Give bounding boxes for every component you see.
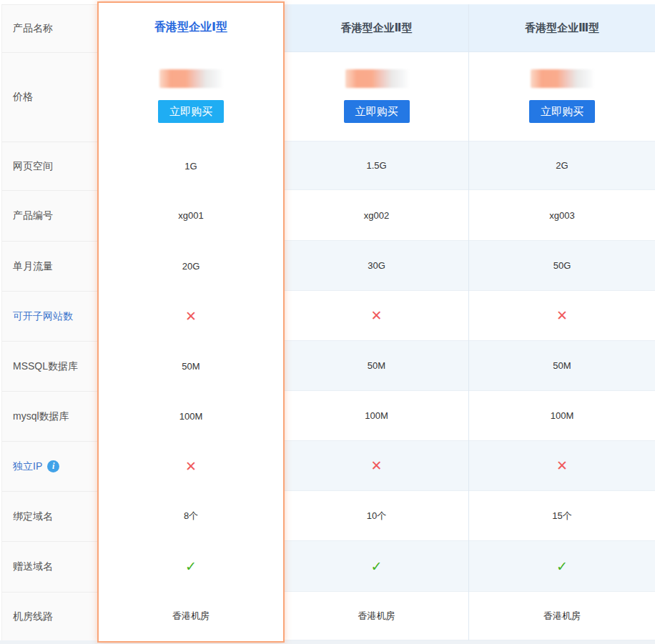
feature-cell-dedicated_ip: ✕ bbox=[285, 441, 468, 491]
feature-value: 香港机房 bbox=[172, 610, 210, 623]
feature-cell-sub_sites: ✕ bbox=[99, 291, 283, 341]
feature-label-text: 产品编号 bbox=[13, 209, 53, 222]
feature-label-dedicated_ip: 独立IPi bbox=[2, 442, 97, 492]
price-redacted bbox=[531, 69, 594, 88]
feature-value: xg001 bbox=[178, 210, 203, 221]
feature-cell-free_domain: ✓ bbox=[99, 541, 283, 592]
feature-label-text[interactable]: 独立IP bbox=[13, 460, 42, 473]
feature-value: 50M bbox=[553, 360, 571, 371]
feature-label-web_space: 网页空间 bbox=[2, 142, 97, 191]
feature-label-text: 单月流量 bbox=[13, 260, 53, 273]
buy-now-button[interactable]: 立即购买 bbox=[158, 100, 224, 123]
feature-label-product_name: 产品名称 bbox=[2, 5, 97, 53]
feature-label-mssql_db: MSSQL数据库 bbox=[2, 342, 97, 392]
feature-value: 香港机房 bbox=[358, 610, 395, 623]
feature-label-text: 价格 bbox=[13, 91, 33, 104]
feature-cell-datacenter: 香港机房 bbox=[469, 592, 655, 640]
product-header: 香港型企业Ⅲ型 bbox=[469, 4, 655, 52]
product-title: 香港型企业Ⅰ型 bbox=[154, 20, 227, 35]
feature-cell-mssql_db: 50M bbox=[285, 341, 468, 391]
feature-value: xg003 bbox=[549, 210, 574, 221]
feature-cell-mysql_db: 100M bbox=[99, 391, 283, 441]
feature-value: 100M bbox=[179, 411, 203, 422]
feature-cell-bind_domains: 15个 bbox=[469, 491, 655, 541]
feature-value: 50M bbox=[368, 360, 385, 371]
buy-now-button[interactable]: 立即购买 bbox=[344, 100, 410, 123]
feature-cell-monthly_traffic: 20G bbox=[99, 241, 283, 291]
feature-label-text: 绑定域名 bbox=[13, 510, 53, 523]
feature-value: 100M bbox=[551, 410, 574, 421]
feature-label-sub_sites: 可开子网站数 bbox=[2, 292, 97, 342]
feature-cells: 2Gxg00350G✕50M100M✕15个✓香港机房 bbox=[469, 142, 655, 640]
price-block: 立即购买 bbox=[99, 52, 283, 142]
product-header: 香港型企业Ⅰ型 bbox=[99, 3, 283, 52]
feature-label-monthly_traffic: 单月流量 bbox=[2, 242, 97, 292]
feature-cell-web_space: 1.5G bbox=[285, 142, 468, 190]
feature-value: 15个 bbox=[552, 510, 571, 522]
feature-cell-product_code: xg001 bbox=[99, 190, 283, 241]
feature-label-column: 产品名称价格网页空间产品编号单月流量可开子网站数MSSQL数据库mysql数据库… bbox=[1, 4, 97, 641]
feature-cell-web_space: 2G bbox=[469, 142, 655, 190]
feature-label-text[interactable]: 可开子网站数 bbox=[13, 310, 73, 323]
feature-cell-dedicated_ip: ✕ bbox=[99, 441, 283, 491]
feature-label-price: 价格 bbox=[2, 53, 97, 142]
feature-value: 10个 bbox=[367, 510, 386, 522]
feature-label-free_domain: 赠送域名 bbox=[2, 542, 97, 593]
feature-cells: 1Gxg00120G✕50M100M✕8个✓香港机房 bbox=[99, 142, 283, 640]
feature-cell-product_code: xg002 bbox=[285, 190, 468, 241]
price-redacted bbox=[345, 69, 408, 88]
feature-cell-mssql_db: 50M bbox=[469, 341, 655, 391]
cross-icon: ✕ bbox=[185, 460, 197, 473]
cross-icon: ✕ bbox=[185, 309, 197, 323]
feature-cell-datacenter: 香港机房 bbox=[285, 592, 468, 640]
feature-value: 100M bbox=[365, 410, 388, 421]
feature-label-product_code: 产品编号 bbox=[2, 191, 97, 242]
check-icon: ✓ bbox=[185, 560, 197, 573]
product-header: 香港型企业Ⅱ型 bbox=[285, 4, 468, 52]
product-title: 香港型企业Ⅱ型 bbox=[341, 21, 413, 35]
feature-cell-free_domain: ✓ bbox=[469, 541, 655, 592]
cross-icon: ✕ bbox=[556, 459, 568, 472]
feature-label-text: 网页空间 bbox=[13, 160, 53, 173]
feature-value: xg002 bbox=[364, 210, 389, 221]
buy-now-button[interactable]: 立即购买 bbox=[529, 100, 595, 123]
feature-cell-product_code: xg003 bbox=[469, 190, 655, 241]
cross-icon: ✕ bbox=[556, 309, 568, 322]
feature-value: 1.5G bbox=[366, 160, 386, 171]
cross-icon: ✕ bbox=[371, 459, 383, 472]
feature-label-text: MSSQL数据库 bbox=[13, 360, 78, 373]
check-icon: ✓ bbox=[556, 560, 568, 573]
info-icon[interactable]: i bbox=[47, 460, 59, 472]
pricing-comparison-table: 产品名称价格网页空间产品编号单月流量可开子网站数MSSQL数据库mysql数据库… bbox=[0, 0, 655, 644]
feature-cell-bind_domains: 10个 bbox=[285, 491, 468, 541]
price-block: 立即购买 bbox=[285, 52, 468, 142]
feature-cell-free_domain: ✓ bbox=[285, 541, 468, 592]
feature-cell-monthly_traffic: 30G bbox=[285, 241, 468, 291]
feature-cell-mssql_db: 50M bbox=[99, 341, 283, 391]
feature-cell-sub_sites: ✕ bbox=[285, 291, 468, 341]
feature-value: 2G bbox=[556, 160, 568, 171]
feature-value: 8个 bbox=[184, 510, 198, 522]
feature-value: 20G bbox=[182, 261, 200, 272]
feature-label-text: 机房线路 bbox=[13, 610, 53, 623]
feature-value: 50M bbox=[182, 361, 200, 372]
feature-label-datacenter: 机房线路 bbox=[2, 593, 97, 641]
feature-cell-dedicated_ip: ✕ bbox=[469, 441, 655, 491]
price-redacted bbox=[159, 69, 222, 88]
cross-icon: ✕ bbox=[371, 309, 383, 322]
product-column-hk-type3: 香港型企业Ⅲ型 立即购买 2Gxg00350G✕50M100M✕15个✓香港机房 bbox=[468, 4, 655, 640]
feature-value: 50G bbox=[553, 260, 571, 271]
feature-cell-sub_sites: ✕ bbox=[469, 291, 655, 341]
feature-cell-datacenter: 香港机房 bbox=[99, 592, 283, 640]
feature-label-text: 产品名称 bbox=[13, 22, 53, 35]
product-column-hk-type2: 香港型企业Ⅱ型 立即购买 1.5Gxg00230G✕50M100M✕10个✓香港… bbox=[285, 4, 468, 640]
feature-cell-mysql_db: 100M bbox=[285, 391, 468, 441]
check-icon: ✓ bbox=[371, 560, 383, 573]
feature-cell-web_space: 1G bbox=[99, 142, 283, 190]
feature-cell-mysql_db: 100M bbox=[469, 391, 655, 441]
feature-label-text: 赠送域名 bbox=[13, 560, 53, 573]
feature-value: 30G bbox=[368, 260, 385, 271]
feature-label-mysql_db: mysql数据库 bbox=[2, 392, 97, 442]
feature-value: 1G bbox=[184, 161, 197, 172]
feature-cell-bind_domains: 8个 bbox=[99, 491, 283, 541]
